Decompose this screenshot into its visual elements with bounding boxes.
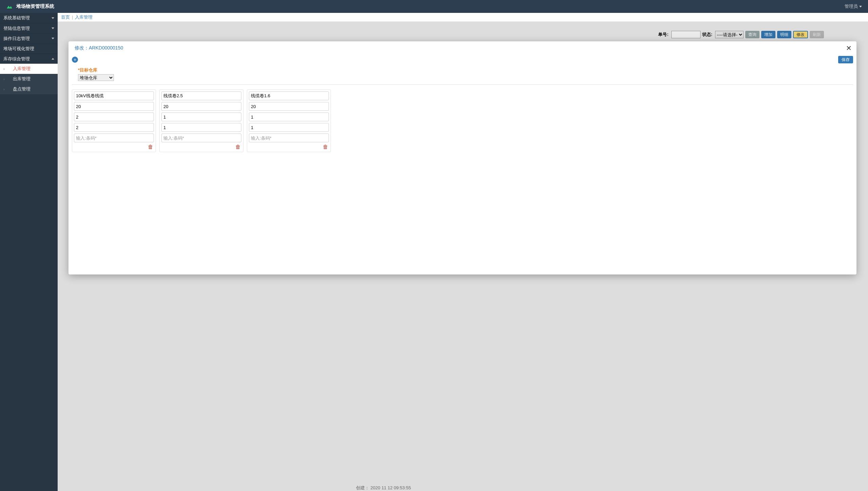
sidebar: 系统基础管理 登陆信息管理 操作日志管理 堆场可视化管理 库存综合管理 › 入库… xyxy=(0,13,58,491)
sidebar-sub-label: 盘点管理 xyxy=(13,86,31,92)
item-barcode-input[interactable] xyxy=(161,134,241,142)
user-menu[interactable]: 管理员 xyxy=(845,3,862,9)
user-label: 管理员 xyxy=(845,3,858,9)
trash-icon: 🗑 xyxy=(323,144,328,150)
sidebar-item-label: 系统基础管理 xyxy=(3,15,30,21)
modal-toolbar: + 保存 xyxy=(68,55,856,64)
modal-body: *目标仓库 堆场仓库 🗑 xyxy=(68,64,856,274)
sidebar-item-label: 库存综合管理 xyxy=(3,56,30,62)
sidebar-item-label: 登陆信息管理 xyxy=(3,25,30,32)
item-barcode-input[interactable] xyxy=(249,134,329,142)
sidebar-sub-inbound[interactable]: › 入库管理 xyxy=(0,64,58,74)
item-card: 🗑 xyxy=(72,89,156,152)
chevron-right-icon: › xyxy=(3,77,5,81)
footer-peek-text: 创建： 2020 11 12 09:53:55 xyxy=(356,485,411,491)
item-name-input[interactable] xyxy=(161,91,241,100)
content: 首页 | 入库管理 单号: 状态: ----请选择---- 查询 增加 明细 修… xyxy=(58,13,868,491)
delete-item-button[interactable]: 🗑 xyxy=(249,144,329,150)
target-warehouse-label: *目标仓库 xyxy=(78,67,847,73)
topbar-left: 堆场物资管理系统 xyxy=(6,3,54,9)
add-row-button[interactable]: + xyxy=(72,57,78,63)
breadcrumb-current[interactable]: 入库管理 xyxy=(75,14,93,20)
sidebar-item-op-log[interactable]: 操作日志管理 xyxy=(0,33,58,43)
item-card: 🗑 xyxy=(247,89,331,152)
sidebar-item-yard-visual[interactable]: 堆场可视化管理 xyxy=(0,43,58,54)
trash-icon: 🗑 xyxy=(235,144,241,150)
modal-title-prefix: 修改： xyxy=(75,45,89,50)
sidebar-item-label: 堆场可视化管理 xyxy=(3,46,34,52)
logo-icon xyxy=(6,4,13,9)
save-button[interactable]: 保存 xyxy=(838,56,853,63)
sidebar-item-login-info[interactable]: 登陆信息管理 xyxy=(0,23,58,33)
sidebar-sub-stocktake[interactable]: › 盘点管理 xyxy=(0,84,58,94)
sidebar-item-stock-manage[interactable]: 库存综合管理 xyxy=(0,54,58,64)
app-title: 堆场物资管理系统 xyxy=(16,3,54,9)
breadcrumb-home[interactable]: 首页 xyxy=(61,14,70,20)
edit-modal: 修改：ARKD00000150 ✕ + 保存 *目标仓库 堆场仓库 xyxy=(68,41,856,274)
item-v1-input[interactable] xyxy=(161,112,241,121)
delete-item-button[interactable]: 🗑 xyxy=(74,144,154,150)
target-warehouse-select[interactable]: 堆场仓库 xyxy=(78,74,114,81)
delete-item-button[interactable]: 🗑 xyxy=(161,144,241,150)
chevron-right-icon: › xyxy=(3,67,5,71)
caret-down-icon xyxy=(859,6,862,7)
sidebar-sub-label: 出库管理 xyxy=(13,76,31,82)
item-v2-input[interactable] xyxy=(74,123,154,132)
item-cards: 🗑 🗑 xyxy=(72,89,853,152)
plus-icon: + xyxy=(74,57,76,62)
target-warehouse-block: *目标仓库 堆场仓库 xyxy=(72,67,853,85)
breadcrumb-sep: | xyxy=(72,15,73,20)
item-v1-input[interactable] xyxy=(249,112,329,121)
sidebar-sub-label: 入库管理 xyxy=(13,66,31,72)
main: 系统基础管理 登陆信息管理 操作日志管理 堆场可视化管理 库存综合管理 › 入库… xyxy=(0,13,868,491)
item-name-input[interactable] xyxy=(74,91,154,100)
trash-icon: 🗑 xyxy=(148,144,153,150)
sidebar-item-label: 操作日志管理 xyxy=(3,36,30,42)
chevron-right-icon: › xyxy=(3,87,5,91)
item-name-input[interactable] xyxy=(249,91,329,100)
close-icon[interactable]: ✕ xyxy=(846,45,852,52)
topbar: 堆场物资管理系统 管理员 xyxy=(0,0,868,13)
item-v2-input[interactable] xyxy=(249,123,329,132)
sidebar-item-system-base[interactable]: 系统基础管理 xyxy=(0,13,58,23)
modal-order-no: ARKD00000150 xyxy=(89,45,123,50)
breadcrumb: 首页 | 入库管理 xyxy=(58,13,868,22)
item-v2-input[interactable] xyxy=(161,123,241,132)
item-qty-input[interactable] xyxy=(161,102,241,111)
sidebar-sub-outbound[interactable]: › 出库管理 xyxy=(0,74,58,84)
item-qty-input[interactable] xyxy=(249,102,329,111)
item-v1-input[interactable] xyxy=(74,112,154,121)
item-barcode-input[interactable] xyxy=(74,134,154,142)
item-qty-input[interactable] xyxy=(74,102,154,111)
modal-header: 修改：ARKD00000150 ✕ xyxy=(68,41,856,55)
item-card: 🗑 xyxy=(159,89,243,152)
modal-title: 修改：ARKD00000150 xyxy=(75,45,123,51)
